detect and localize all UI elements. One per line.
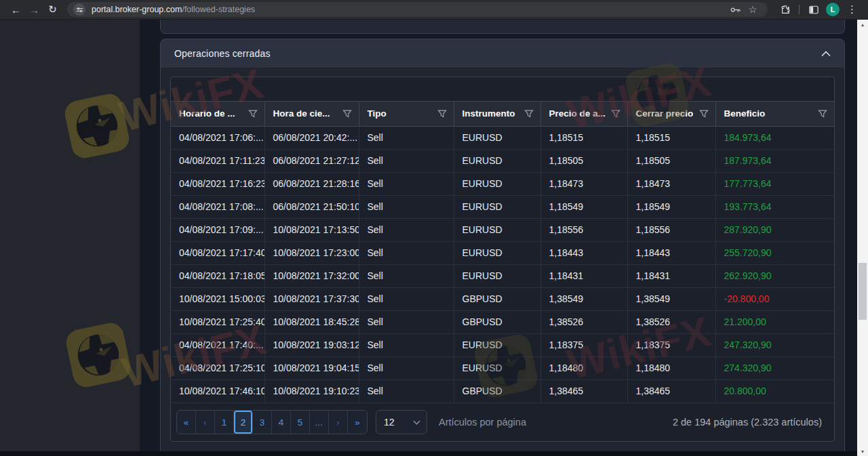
filter-icon[interactable] <box>699 109 709 119</box>
filter-icon[interactable] <box>342 109 352 119</box>
cell-close-price: 1,18515 <box>627 127 715 150</box>
column-header-4: Precio de a... <box>540 102 627 127</box>
table-row[interactable]: 10/08/2021 17:25:40 10/08/2021 18:45:28 … <box>171 311 834 334</box>
closed-operations-panel: Operaciones cerradas Horario de ... Hora… <box>160 39 845 456</box>
pager-prev[interactable]: ‹ <box>196 411 215 434</box>
site-info-icon[interactable] <box>73 3 85 16</box>
table-container: Horario de ... Hora de cie... Tipo Instr… <box>170 77 835 442</box>
cell-close-price: 1,18549 <box>627 196 715 219</box>
column-label: Beneficio <box>724 108 766 119</box>
pager-page-4[interactable]: 4 <box>272 411 291 434</box>
panel-header[interactable]: Operaciones cerradas <box>161 39 844 68</box>
cell-type: Sell <box>359 380 454 403</box>
filter-icon[interactable] <box>611 109 620 119</box>
passwords-key-icon[interactable] <box>726 2 744 17</box>
cell-type: Sell <box>359 311 454 334</box>
cell-instrument: GBPUSD <box>454 380 540 403</box>
cell-close-time: 06/08/2021 20:42:... <box>264 127 359 150</box>
collapse-chevron-icon[interactable] <box>821 51 831 57</box>
cell-close-price: 1,18505 <box>627 150 715 173</box>
table-row[interactable]: 10/08/2021 15:00:03 10/08/2021 17:37:30 … <box>171 288 834 311</box>
back-icon[interactable]: ← <box>7 1 25 18</box>
address-bar[interactable]: portal.broker-group.com/followed-strateg… <box>67 2 768 17</box>
table-row[interactable]: 04/08/2021 17:06:... 06/08/2021 20:42:..… <box>171 127 834 150</box>
pagination-summary: 2 de 194 páginas (2.323 artículos) <box>673 417 822 428</box>
side-panel-icon[interactable] <box>804 1 823 18</box>
column-label: Cerrar precio <box>636 108 694 119</box>
table-row[interactable]: 04/08/2021 17:18:05 10/08/2021 17:32:00 … <box>171 265 834 288</box>
menu-kebab-icon[interactable]: ⋮ <box>843 1 861 18</box>
table-row[interactable]: 04/08/2021 17:08:... 06/08/2021 21:50:10… <box>171 196 834 219</box>
pager: «‹12345...›» <box>176 410 368 434</box>
cell-open-price: 1,18443 <box>540 242 627 265</box>
column-header-3: Instrumento <box>454 102 540 127</box>
table-row[interactable]: 04/08/2021 17:11:23 06/08/2021 21:27:12 … <box>171 150 834 173</box>
cell-close-time: 10/08/2021 17:37:30 <box>264 288 359 311</box>
per-page-label: Artículos por página <box>439 417 526 428</box>
cell-open-time: 04/08/2021 17:18:05 <box>171 265 264 288</box>
scrollbar-thumb[interactable] <box>859 263 867 320</box>
panel-body: Horario de ... Hora de cie... Tipo Instr… <box>161 68 844 450</box>
column-header-1: Hora de cie... <box>264 102 359 127</box>
column-label: Hora de cie... <box>273 108 330 119</box>
cell-open-time: 04/08/2021 17:16:23 <box>171 173 264 196</box>
pager-next[interactable]: › <box>329 411 348 434</box>
cell-type: Sell <box>359 357 454 380</box>
cell-open-time: 04/08/2021 17:25:10 <box>171 357 264 380</box>
cell-profit: 20.800,00 <box>715 380 834 403</box>
cell-instrument: GBPUSD <box>454 288 540 311</box>
filter-icon[interactable] <box>818 109 827 119</box>
cell-profit: 287.920,90 <box>715 219 834 242</box>
filter-icon[interactable] <box>437 109 447 119</box>
cell-open-price: 1,18556 <box>540 219 627 242</box>
cell-type: Sell <box>359 265 454 288</box>
filter-icon[interactable] <box>248 109 258 119</box>
scroll-down-arrow-icon[interactable]: ▼ <box>857 447 868 456</box>
cell-close-time: 06/08/2021 21:50:10 <box>264 196 359 219</box>
cell-instrument: EURUSD <box>454 219 540 242</box>
table-body: 04/08/2021 17:06:... 06/08/2021 20:42:..… <box>171 127 834 403</box>
extensions-icon[interactable] <box>776 1 794 18</box>
page-bottom-strip <box>0 451 857 456</box>
pager-last[interactable]: » <box>348 411 367 434</box>
forward-icon[interactable]: → <box>25 1 43 18</box>
cell-open-price: 1,38526 <box>540 311 627 334</box>
cell-profit: 193.773,64 <box>715 196 834 219</box>
pager-page-3[interactable]: 3 <box>253 411 272 434</box>
cell-instrument: EURUSD <box>454 173 540 196</box>
cell-open-time: 04/08/2021 17:40:... <box>171 334 264 357</box>
cell-open-time: 04/08/2021 17:11:23 <box>171 150 264 173</box>
url-text: portal.broker-group.com/followed-strateg… <box>92 5 255 14</box>
pager-page-5[interactable]: 5 <box>291 411 310 434</box>
reload-icon[interactable]: ↻ <box>43 1 62 18</box>
filter-icon[interactable] <box>524 109 534 119</box>
cell-close-time: 10/08/2021 19:04:15 <box>264 357 359 380</box>
table-row[interactable]: 04/08/2021 17:17:40 10/08/2021 17:23:00 … <box>171 242 834 265</box>
profile-avatar[interactable]: L <box>826 3 840 16</box>
table-row[interactable]: 10/08/2021 17:46:10 10/08/2021 19:10:23 … <box>171 380 834 403</box>
bookmark-star-icon[interactable]: ☆ <box>744 2 762 17</box>
table-row[interactable]: 04/08/2021 17:16:23 06/08/2021 21:28:16 … <box>171 173 834 196</box>
panel-title: Operaciones cerradas <box>174 48 271 59</box>
cell-instrument: EURUSD <box>454 150 540 173</box>
pager-ellipsis[interactable]: ... <box>310 411 329 434</box>
cell-type: Sell <box>359 288 454 311</box>
closed-operations-table: Horario de ... Hora de cie... Tipo Instr… <box>171 101 834 402</box>
pager-page-1[interactable]: 1 <box>215 411 234 434</box>
cell-instrument: EURUSD <box>454 265 540 288</box>
pager-page-2[interactable]: 2 <box>234 411 253 434</box>
table-row[interactable]: 04/08/2021 17:40:... 10/08/2021 19:03:12… <box>171 334 834 357</box>
cell-type: Sell <box>359 196 454 219</box>
cell-profit: 274.320,90 <box>715 357 834 380</box>
scroll-up-arrow-icon[interactable]: ▲ <box>857 20 868 29</box>
cell-profit: 247.320,90 <box>715 334 834 357</box>
cell-close-time: 10/08/2021 19:10:23 <box>264 380 359 403</box>
pager-first[interactable]: « <box>177 411 196 434</box>
cell-close-price: 1,38526 <box>627 311 715 334</box>
cell-type: Sell <box>359 334 454 357</box>
table-row[interactable]: 04/08/2021 17:25:10 10/08/2021 19:04:15 … <box>171 357 834 380</box>
vertical-scrollbar[interactable]: ▲ ▼ <box>857 20 868 456</box>
table-row[interactable]: 04/08/2021 17:09:... 10/08/2021 17:13:50… <box>171 219 834 242</box>
cell-close-time: 10/08/2021 18:45:28 <box>264 311 359 334</box>
page-size-select[interactable]: 12 <box>376 410 427 434</box>
